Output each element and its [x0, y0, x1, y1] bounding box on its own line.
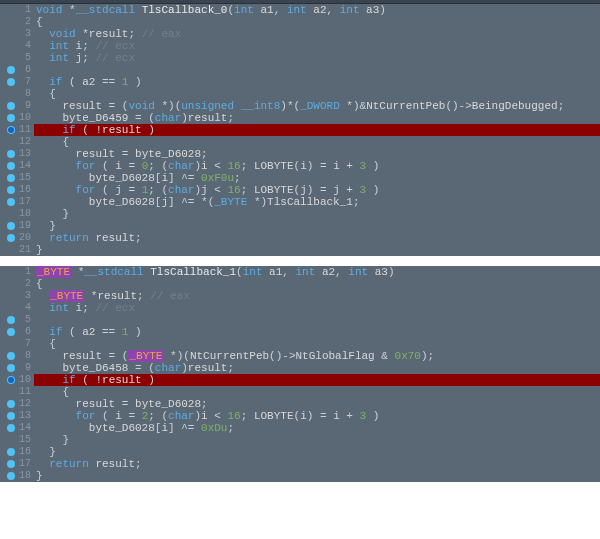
code-line[interactable]: 18 }: [0, 208, 600, 220]
code-line[interactable]: 5 int j; // ecx: [0, 52, 600, 64]
code-line[interactable]: 13 for ( i = 2; (char)i < 16; LOBYTE(i) …: [0, 410, 600, 422]
code-line[interactable]: 16 for ( j = 1; (char)j < 16; LOBYTE(j) …: [0, 184, 600, 196]
code-content[interactable]: if ( a2 == 1 ): [34, 326, 600, 338]
breakpoint-icon[interactable]: [7, 150, 15, 158]
gutter[interactable]: 16: [0, 184, 34, 196]
code-line[interactable]: 16 }: [0, 446, 600, 458]
code-line[interactable]: 10 if ( !result ): [0, 374, 600, 386]
code-line[interactable]: 6: [0, 64, 600, 76]
code-line[interactable]: 9 result = (void *)(unsigned __int8)*(_D…: [0, 100, 600, 112]
gutter[interactable]: 18: [0, 208, 34, 220]
code-content[interactable]: byte_D6028[j] ^= *(_BYTE *)TlsCallback_1…: [34, 196, 600, 208]
gutter[interactable]: 18: [0, 470, 34, 482]
code-content[interactable]: result = (_BYTE *)(NtCurrentPeb()->NtGlo…: [34, 350, 600, 362]
code-line[interactable]: 3 void *result; // eax: [0, 28, 600, 40]
breakpoint-icon[interactable]: [7, 460, 15, 468]
code-line[interactable]: 21}: [0, 244, 600, 256]
breakpoint-icon[interactable]: [7, 234, 15, 242]
code-content[interactable]: }: [34, 446, 600, 458]
code-line[interactable]: 3 _BYTE *result; // eax: [0, 290, 600, 302]
gutter[interactable]: 2: [0, 278, 34, 290]
gutter[interactable]: 4: [0, 40, 34, 52]
gutter[interactable]: 1: [0, 266, 34, 278]
code-content[interactable]: }: [34, 220, 600, 232]
gutter[interactable]: 5: [0, 314, 34, 326]
code-content[interactable]: for ( j = 1; (char)j < 16; LOBYTE(j) = j…: [34, 184, 600, 196]
breakpoint-icon[interactable]: [7, 66, 15, 74]
code-content[interactable]: return result;: [34, 232, 600, 244]
gutter[interactable]: 8: [0, 88, 34, 100]
code-line[interactable]: 15 byte_D6028[i] ^= 0xF0u;: [0, 172, 600, 184]
code-content[interactable]: void *result; // eax: [34, 28, 600, 40]
code-line[interactable]: 4 int i; // ecx: [0, 302, 600, 314]
code-content[interactable]: {: [34, 278, 600, 290]
code-content[interactable]: for ( i = 2; (char)i < 16; LOBYTE(i) = i…: [34, 410, 600, 422]
breakpoint-icon[interactable]: [7, 448, 15, 456]
code-content[interactable]: {: [34, 88, 600, 100]
code-line[interactable]: 12 {: [0, 136, 600, 148]
gutter[interactable]: 8: [0, 350, 34, 362]
code-content[interactable]: int j; // ecx: [34, 52, 600, 64]
breakpoint-icon[interactable]: [7, 78, 15, 86]
gutter[interactable]: 16: [0, 446, 34, 458]
breakpoint-icon[interactable]: [7, 114, 15, 122]
gutter[interactable]: 13: [0, 148, 34, 160]
code-line[interactable]: 11 if ( !result ): [0, 124, 600, 136]
code-line[interactable]: 1void *__stdcall TlsCallback_0(int a1, i…: [0, 4, 600, 16]
code-line[interactable]: 8 result = (_BYTE *)(NtCurrentPeb()->NtG…: [0, 350, 600, 362]
gutter[interactable]: 11: [0, 386, 34, 398]
breakpoint-icon[interactable]: [7, 126, 15, 134]
code-content[interactable]: }: [34, 244, 600, 256]
gutter[interactable]: 17: [0, 196, 34, 208]
code-content[interactable]: {: [34, 386, 600, 398]
gutter[interactable]: 13: [0, 410, 34, 422]
code-line[interactable]: 20 return result;: [0, 232, 600, 244]
code-line[interactable]: 2{: [0, 278, 600, 290]
breakpoint-icon[interactable]: [7, 222, 15, 230]
code-content[interactable]: byte_D6028[i] ^= 0xF0u;: [34, 172, 600, 184]
code-line[interactable]: 11 {: [0, 386, 600, 398]
code-content[interactable]: if ( !result ): [34, 124, 600, 136]
code-line[interactable]: 4 int i; // ecx: [0, 40, 600, 52]
code-content[interactable]: if ( !result ): [34, 374, 600, 386]
code-body-bottom[interactable]: 1_BYTE *__stdcall TlsCallback_1(int a1, …: [0, 266, 600, 482]
code-content[interactable]: for ( i = 0; (char)i < 16; LOBYTE(i) = i…: [34, 160, 600, 172]
code-content[interactable]: _BYTE *__stdcall TlsCallback_1(int a1, i…: [34, 266, 600, 278]
code-line[interactable]: 13 result = byte_D6028;: [0, 148, 600, 160]
code-content[interactable]: void *__stdcall TlsCallback_0(int a1, in…: [34, 4, 600, 16]
gutter[interactable]: 14: [0, 160, 34, 172]
code-content[interactable]: result = (void *)(unsigned __int8)*(_DWO…: [34, 100, 600, 112]
code-content[interactable]: }: [34, 470, 600, 482]
breakpoint-icon[interactable]: [7, 198, 15, 206]
code-content[interactable]: byte_D6459 = (char)result;: [34, 112, 600, 124]
code-line[interactable]: 1_BYTE *__stdcall TlsCallback_1(int a1, …: [0, 266, 600, 278]
code-line[interactable]: 19 }: [0, 220, 600, 232]
breakpoint-icon[interactable]: [7, 412, 15, 420]
code-body-top[interactable]: 1void *__stdcall TlsCallback_0(int a1, i…: [0, 4, 600, 256]
code-line[interactable]: 5: [0, 314, 600, 326]
breakpoint-icon[interactable]: [7, 328, 15, 336]
breakpoint-icon[interactable]: [7, 424, 15, 432]
gutter[interactable]: 5: [0, 52, 34, 64]
code-content[interactable]: {: [34, 338, 600, 350]
gutter[interactable]: 9: [0, 100, 34, 112]
gutter[interactable]: 9: [0, 362, 34, 374]
code-content[interactable]: }: [34, 208, 600, 220]
gutter[interactable]: 17: [0, 458, 34, 470]
breakpoint-icon[interactable]: [7, 352, 15, 360]
code-content[interactable]: if ( a2 == 1 ): [34, 76, 600, 88]
code-content[interactable]: result = byte_D6028;: [34, 148, 600, 160]
gutter[interactable]: 4: [0, 302, 34, 314]
breakpoint-icon[interactable]: [7, 400, 15, 408]
code-content[interactable]: result = byte_D6028;: [34, 398, 600, 410]
code-content[interactable]: int i; // ecx: [34, 302, 600, 314]
code-line[interactable]: 7 {: [0, 338, 600, 350]
gutter[interactable]: 7: [0, 338, 34, 350]
gutter[interactable]: 15: [0, 434, 34, 446]
breakpoint-icon[interactable]: [7, 316, 15, 324]
code-line[interactable]: 8 {: [0, 88, 600, 100]
code-content[interactable]: byte_D6458 = (char)result;: [34, 362, 600, 374]
gutter[interactable]: 12: [0, 136, 34, 148]
code-line[interactable]: 18}: [0, 470, 600, 482]
gutter[interactable]: 19: [0, 220, 34, 232]
